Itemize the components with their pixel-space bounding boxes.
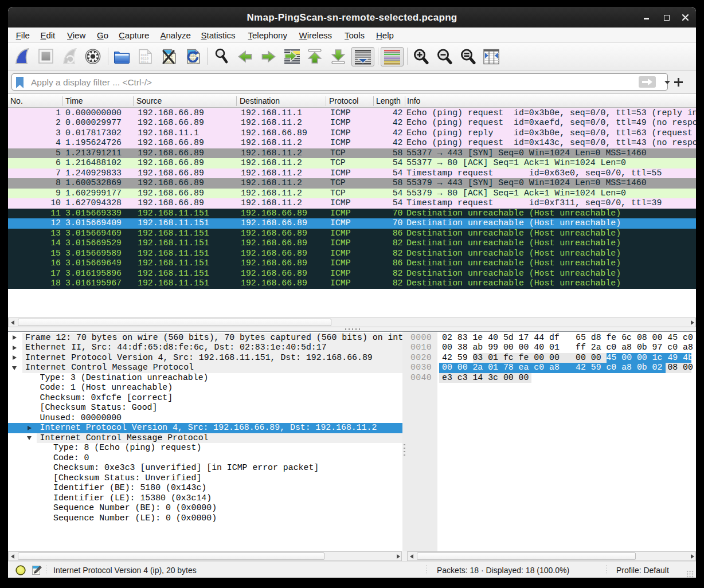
svg-text:0011: 0011 — [141, 60, 149, 64]
